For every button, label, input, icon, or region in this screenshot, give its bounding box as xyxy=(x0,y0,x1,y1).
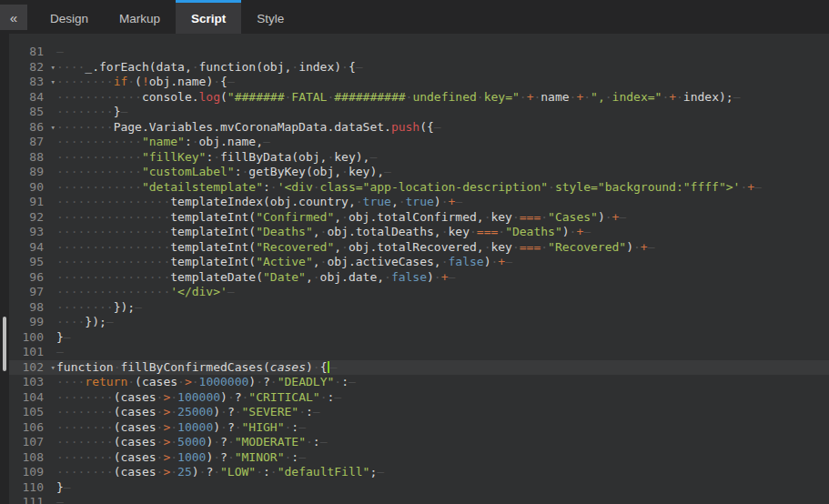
gutter: 95 xyxy=(9,255,56,270)
code-line[interactable]: 93················templateInt("Deaths",·… xyxy=(9,225,829,240)
code-text: ········Page.Variables.mvCoronaMapData.d… xyxy=(56,120,441,136)
code-line[interactable]: 94················templateInt("Recovered… xyxy=(9,240,829,256)
code-line[interactable]: 98········});– xyxy=(9,300,829,316)
code-line[interactable]: 88············"fillKey":·fillByData(obj,… xyxy=(9,150,829,166)
line-number: 99 xyxy=(29,315,44,330)
collapse-chevrons-icon: « xyxy=(10,10,17,25)
code-text: ····});– xyxy=(56,315,114,330)
line-number: 108 xyxy=(23,450,44,466)
code-text: ············console.log("#######·FATAL·#… xyxy=(56,90,740,106)
line-number: 102 xyxy=(23,360,44,376)
tab-script[interactable]: Script xyxy=(176,0,241,34)
tab-design[interactable]: Design xyxy=(35,0,104,34)
fold-toggle-icon[interactable]: ▾ xyxy=(51,60,56,76)
collapse-sidebar-button[interactable]: « xyxy=(0,5,27,30)
gutter: 98 xyxy=(9,300,56,316)
code-line[interactable]: 84············console.log("#######·FATAL… xyxy=(9,90,829,106)
code-line[interactable]: 103····return·(cases·>·1000000)·?·"DEADL… xyxy=(9,375,829,390)
eol-marker: – xyxy=(227,285,235,298)
code-text: ················'</div>'– xyxy=(56,285,235,300)
gutter: 97 xyxy=(9,285,56,300)
code-line[interactable]: 110}– xyxy=(9,480,829,496)
code-text: ········(cases·>·25000)·?·"SEVERE"·:– xyxy=(56,405,320,420)
code-line[interactable]: 106········(cases·>·10000)·?·"HIGH"·:– xyxy=(9,420,829,436)
code-text: ········(cases·>·100000)·?·"CRITICAL"·:– xyxy=(56,390,341,406)
code-line[interactable]: 89············"customLabel":·getByKey(ob… xyxy=(9,165,829,180)
code-line[interactable]: 107········(cases·>·5000)·?·"MODERATE"·:… xyxy=(9,435,829,450)
fold-toggle-icon[interactable]: ▾ xyxy=(51,75,56,90)
code-line[interactable]: 102▾function·fillByConfirmedCases(cases)… xyxy=(9,360,829,376)
scrollbar-thumb[interactable] xyxy=(3,317,6,371)
fold-toggle-icon[interactable]: ▾ xyxy=(51,360,56,376)
code-line[interactable]: 100}– xyxy=(9,330,829,346)
code-line[interactable]: 92················templateInt("Confirmed… xyxy=(9,210,829,226)
line-number: 89 xyxy=(29,165,44,180)
eol-marker: – xyxy=(356,60,363,74)
code-line[interactable]: 83▾········if·(!obj.name)·{– xyxy=(9,75,829,90)
code-line[interactable]: 86▾········Page.Variables.mvCoronaMapDat… xyxy=(9,120,829,136)
eol-marker: – xyxy=(754,180,762,194)
code-text: ········}– xyxy=(56,105,127,120)
code-line[interactable]: 99····});– xyxy=(9,315,829,330)
eol-marker: – xyxy=(329,360,337,374)
code-editor[interactable]: 81–82▾····_.forEach(data,·function(obj,·… xyxy=(0,34,829,504)
eol-marker: – xyxy=(449,270,456,284)
code-line[interactable]: 95················templateInt("Active",·… xyxy=(9,255,829,270)
eol-marker: – xyxy=(377,465,384,479)
line-number: 104 xyxy=(23,390,44,406)
gutter: 90 xyxy=(9,180,56,196)
code-line[interactable]: 111– xyxy=(9,495,829,504)
eol-marker: – xyxy=(64,480,71,494)
eol-marker: – xyxy=(733,90,741,104)
code-text: ····return·(cases·>·1000000)·?·"DEADLY"·… xyxy=(56,375,356,390)
code-line[interactable]: 85········}– xyxy=(9,105,829,120)
line-number: 85 xyxy=(29,105,44,120)
code-line[interactable]: 91················templateIndex(obj.coun… xyxy=(9,195,829,210)
line-number: 106 xyxy=(23,420,44,436)
line-number: 90 xyxy=(29,180,44,196)
code-line[interactable]: 87············"name":·obj.name,– xyxy=(9,135,829,150)
code-area[interactable]: 81–82▾····_.forEach(data,·function(obj,·… xyxy=(9,45,829,504)
code-text: ········(cases·>·25)·?·"LOW"·:·"defaultF… xyxy=(56,465,384,480)
code-line[interactable]: 96················templateDate("Date",·o… xyxy=(9,270,829,286)
code-line[interactable]: 108········(cases·>·1000)·?·"MINOR"·:– xyxy=(9,450,829,466)
code-text: ············"detailstemplate":·'<div·cla… xyxy=(56,180,762,196)
editor-scrollbar[interactable] xyxy=(0,34,9,504)
gutter: 108 xyxy=(9,450,56,466)
code-line[interactable]: 109········(cases·>·25)·?·"LOW"·:·"defau… xyxy=(9,465,829,480)
code-line[interactable]: 104········(cases·>·100000)·?·"CRITICAL"… xyxy=(9,390,829,406)
tab-markup[interactable]: Markup xyxy=(104,0,176,34)
eol-marker: – xyxy=(648,240,655,254)
gutter: 93 xyxy=(9,225,56,240)
code-line[interactable]: 105········(cases·>·25000)·?·"SEVERE"·:– xyxy=(9,405,829,420)
line-number: 107 xyxy=(23,435,44,450)
tab-strip: DesignMarkupScriptStyle xyxy=(35,0,299,34)
gutter: 105 xyxy=(9,405,56,420)
code-text: ················templateIndex(obj.countr… xyxy=(56,195,462,210)
code-text: ········});– xyxy=(56,300,142,316)
code-text: ················templateInt("Confirmed",… xyxy=(56,210,626,226)
code-line[interactable]: 101– xyxy=(9,345,829,360)
code-line[interactable]: 82▾····_.forEach(data,·function(obj,·ind… xyxy=(9,60,829,76)
eol-marker: – xyxy=(64,330,71,344)
gutter: 94 xyxy=(9,240,56,256)
gutter: 106 xyxy=(9,420,56,436)
line-number: 111 xyxy=(23,495,44,504)
code-text: ················templateInt("Deaths",·ob… xyxy=(56,225,591,240)
fold-toggle-icon[interactable]: ▾ xyxy=(51,120,56,136)
line-number: 110 xyxy=(23,480,44,496)
eol-marker: – xyxy=(505,255,512,268)
code-line[interactable]: 81– xyxy=(9,45,829,60)
eol-marker: – xyxy=(56,45,64,58)
code-line[interactable]: 90············"detailstemplate":·'<div·c… xyxy=(9,180,829,196)
line-number: 83 xyxy=(29,75,44,90)
line-number: 97 xyxy=(29,285,44,300)
gutter: 104 xyxy=(9,390,56,406)
eol-marker: – xyxy=(384,165,391,178)
tab-style[interactable]: Style xyxy=(241,0,299,34)
code-line[interactable]: 97················'</div>'– xyxy=(9,285,829,300)
gutter: 96 xyxy=(9,270,56,286)
gutter: 101 xyxy=(9,345,56,360)
code-text: ········(cases·>·5000)·?·"MODERATE"·:– xyxy=(56,435,327,450)
gutter: 84 xyxy=(9,90,56,106)
